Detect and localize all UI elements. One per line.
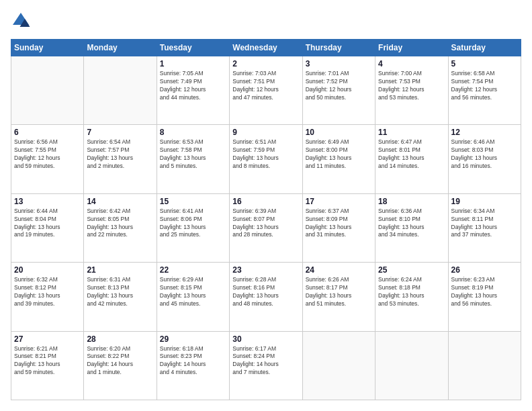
day-number: 29 bbox=[160, 334, 226, 344]
header bbox=[11, 11, 521, 31]
calendar-cell bbox=[302, 331, 375, 400]
calendar-cell: 27Sunrise: 6:21 AM Sunset: 8:21 PM Dayli… bbox=[11, 331, 84, 400]
day-number: 18 bbox=[378, 197, 445, 206]
calendar-cell: 18Sunrise: 6:36 AM Sunset: 8:10 PM Dayli… bbox=[375, 193, 448, 262]
day-number: 17 bbox=[306, 197, 372, 206]
day-info: Sunrise: 6:39 AM Sunset: 8:07 PM Dayligh… bbox=[232, 208, 299, 240]
day-number: 2 bbox=[232, 59, 299, 68]
day-number: 15 bbox=[160, 197, 226, 206]
calendar-cell: 25Sunrise: 6:24 AM Sunset: 8:18 PM Dayli… bbox=[375, 263, 448, 331]
calendar-cell: 1Sunrise: 7:05 AM Sunset: 7:49 PM Daylig… bbox=[157, 56, 229, 125]
day-number: 21 bbox=[87, 265, 153, 275]
day-number: 19 bbox=[451, 197, 518, 206]
day-info: Sunrise: 6:26 AM Sunset: 8:17 PM Dayligh… bbox=[306, 276, 372, 308]
calendar-cell bbox=[11, 56, 84, 125]
calendar-cell: 6Sunrise: 6:56 AM Sunset: 7:55 PM Daylig… bbox=[11, 125, 84, 193]
weekday-header-row: SundayMondayTuesdayWednesdayThursdayFrid… bbox=[11, 40, 521, 56]
calendar-cell: 15Sunrise: 6:41 AM Sunset: 8:06 PM Dayli… bbox=[157, 193, 229, 262]
day-number: 25 bbox=[378, 265, 445, 275]
day-info: Sunrise: 6:20 AM Sunset: 8:22 PM Dayligh… bbox=[87, 345, 153, 377]
day-info: Sunrise: 6:54 AM Sunset: 7:57 PM Dayligh… bbox=[87, 138, 153, 171]
day-info: Sunrise: 6:18 AM Sunset: 8:23 PM Dayligh… bbox=[160, 345, 226, 377]
day-number: 28 bbox=[87, 334, 153, 344]
day-info: Sunrise: 6:44 AM Sunset: 8:04 PM Dayligh… bbox=[14, 208, 81, 240]
weekday-header-tuesday: Tuesday bbox=[157, 40, 229, 56]
day-info: Sunrise: 6:58 AM Sunset: 7:54 PM Dayligh… bbox=[451, 70, 518, 102]
calendar-cell: 30Sunrise: 6:17 AM Sunset: 8:24 PM Dayli… bbox=[230, 331, 302, 400]
weekday-header-sunday: Sunday bbox=[11, 40, 84, 56]
calendar-cell: 20Sunrise: 6:32 AM Sunset: 8:12 PM Dayli… bbox=[11, 263, 84, 331]
calendar-cell bbox=[448, 331, 521, 400]
calendar-cell: 7Sunrise: 6:54 AM Sunset: 7:57 PM Daylig… bbox=[84, 125, 157, 193]
calendar-cell: 5Sunrise: 6:58 AM Sunset: 7:54 PM Daylig… bbox=[448, 56, 521, 125]
calendar-cell: 11Sunrise: 6:47 AM Sunset: 8:01 PM Dayli… bbox=[375, 125, 448, 193]
calendar-cell: 19Sunrise: 6:34 AM Sunset: 8:11 PM Dayli… bbox=[448, 193, 521, 262]
calendar-table: SundayMondayTuesdayWednesdayThursdayFrid… bbox=[11, 39, 521, 400]
day-number: 26 bbox=[451, 265, 518, 275]
day-info: Sunrise: 6:56 AM Sunset: 7:55 PM Dayligh… bbox=[14, 138, 81, 171]
calendar-cell: 17Sunrise: 6:37 AM Sunset: 8:09 PM Dayli… bbox=[302, 193, 375, 262]
day-info: Sunrise: 6:42 AM Sunset: 8:05 PM Dayligh… bbox=[87, 208, 153, 240]
day-number: 30 bbox=[232, 334, 299, 344]
calendar-cell: 13Sunrise: 6:44 AM Sunset: 8:04 PM Dayli… bbox=[11, 193, 84, 262]
day-info: Sunrise: 7:00 AM Sunset: 7:53 PM Dayligh… bbox=[378, 70, 445, 102]
day-info: Sunrise: 6:46 AM Sunset: 8:03 PM Dayligh… bbox=[451, 138, 518, 171]
day-number: 14 bbox=[87, 197, 153, 206]
day-number: 11 bbox=[378, 128, 445, 137]
calendar-cell bbox=[375, 331, 448, 400]
day-info: Sunrise: 6:53 AM Sunset: 7:58 PM Dayligh… bbox=[160, 138, 226, 171]
calendar-cell: 10Sunrise: 6:49 AM Sunset: 8:00 PM Dayli… bbox=[302, 125, 375, 193]
calendar-cell: 23Sunrise: 6:28 AM Sunset: 8:16 PM Dayli… bbox=[230, 263, 302, 331]
day-info: Sunrise: 6:23 AM Sunset: 8:19 PM Dayligh… bbox=[451, 276, 518, 308]
day-number: 5 bbox=[451, 59, 518, 68]
logo-icon bbox=[11, 11, 31, 31]
calendar-cell: 14Sunrise: 6:42 AM Sunset: 8:05 PM Dayli… bbox=[84, 193, 157, 262]
calendar-week-row: 6Sunrise: 6:56 AM Sunset: 7:55 PM Daylig… bbox=[11, 125, 521, 193]
day-info: Sunrise: 6:29 AM Sunset: 8:15 PM Dayligh… bbox=[160, 276, 226, 308]
calendar-cell: 16Sunrise: 6:39 AM Sunset: 8:07 PM Dayli… bbox=[230, 193, 302, 262]
day-info: Sunrise: 6:28 AM Sunset: 8:16 PM Dayligh… bbox=[232, 276, 299, 308]
day-number: 12 bbox=[451, 128, 518, 137]
day-info: Sunrise: 6:41 AM Sunset: 8:06 PM Dayligh… bbox=[160, 208, 226, 240]
calendar-cell: 3Sunrise: 7:01 AM Sunset: 7:52 PM Daylig… bbox=[302, 56, 375, 125]
day-number: 10 bbox=[306, 128, 372, 137]
day-info: Sunrise: 7:05 AM Sunset: 7:49 PM Dayligh… bbox=[160, 70, 226, 102]
day-number: 6 bbox=[14, 128, 81, 137]
calendar-cell: 22Sunrise: 6:29 AM Sunset: 8:15 PM Dayli… bbox=[157, 263, 229, 331]
day-number: 9 bbox=[232, 128, 299, 137]
day-number: 4 bbox=[378, 59, 445, 68]
weekday-header-monday: Monday bbox=[84, 40, 157, 56]
calendar-cell: 8Sunrise: 6:53 AM Sunset: 7:58 PM Daylig… bbox=[157, 125, 229, 193]
weekday-header-friday: Friday bbox=[375, 40, 448, 56]
day-info: Sunrise: 7:01 AM Sunset: 7:52 PM Dayligh… bbox=[306, 70, 372, 102]
day-info: Sunrise: 6:51 AM Sunset: 7:59 PM Dayligh… bbox=[232, 138, 299, 171]
day-number: 20 bbox=[14, 265, 81, 275]
calendar-week-row: 20Sunrise: 6:32 AM Sunset: 8:12 PM Dayli… bbox=[11, 263, 521, 331]
day-info: Sunrise: 6:31 AM Sunset: 8:13 PM Dayligh… bbox=[87, 276, 153, 308]
calendar-cell: 29Sunrise: 6:18 AM Sunset: 8:23 PM Dayli… bbox=[157, 331, 229, 400]
day-number: 7 bbox=[87, 128, 153, 137]
page: SundayMondayTuesdayWednesdayThursdayFrid… bbox=[0, 0, 532, 411]
day-number: 24 bbox=[306, 265, 372, 275]
calendar-cell: 28Sunrise: 6:20 AM Sunset: 8:22 PM Dayli… bbox=[84, 331, 157, 400]
weekday-header-saturday: Saturday bbox=[448, 40, 521, 56]
day-info: Sunrise: 6:32 AM Sunset: 8:12 PM Dayligh… bbox=[14, 276, 81, 308]
calendar-week-row: 27Sunrise: 6:21 AM Sunset: 8:21 PM Dayli… bbox=[11, 331, 521, 400]
logo bbox=[11, 11, 34, 31]
day-info: Sunrise: 6:21 AM Sunset: 8:21 PM Dayligh… bbox=[14, 345, 81, 377]
calendar-cell: 2Sunrise: 7:03 AM Sunset: 7:51 PM Daylig… bbox=[230, 56, 302, 125]
calendar-cell bbox=[84, 56, 157, 125]
calendar-cell: 4Sunrise: 7:00 AM Sunset: 7:53 PM Daylig… bbox=[375, 56, 448, 125]
day-info: Sunrise: 6:34 AM Sunset: 8:11 PM Dayligh… bbox=[451, 208, 518, 240]
calendar-week-row: 1Sunrise: 7:05 AM Sunset: 7:49 PM Daylig… bbox=[11, 56, 521, 125]
day-info: Sunrise: 6:17 AM Sunset: 8:24 PM Dayligh… bbox=[232, 345, 299, 377]
day-info: Sunrise: 6:49 AM Sunset: 8:00 PM Dayligh… bbox=[306, 138, 372, 171]
calendar-cell: 26Sunrise: 6:23 AM Sunset: 8:19 PM Dayli… bbox=[448, 263, 521, 331]
day-info: Sunrise: 6:37 AM Sunset: 8:09 PM Dayligh… bbox=[306, 208, 372, 240]
weekday-header-wednesday: Wednesday bbox=[230, 40, 302, 56]
calendar-cell: 9Sunrise: 6:51 AM Sunset: 7:59 PM Daylig… bbox=[230, 125, 302, 193]
day-number: 13 bbox=[14, 197, 81, 206]
day-info: Sunrise: 6:36 AM Sunset: 8:10 PM Dayligh… bbox=[378, 208, 445, 240]
day-number: 3 bbox=[306, 59, 372, 68]
day-number: 23 bbox=[232, 265, 299, 275]
